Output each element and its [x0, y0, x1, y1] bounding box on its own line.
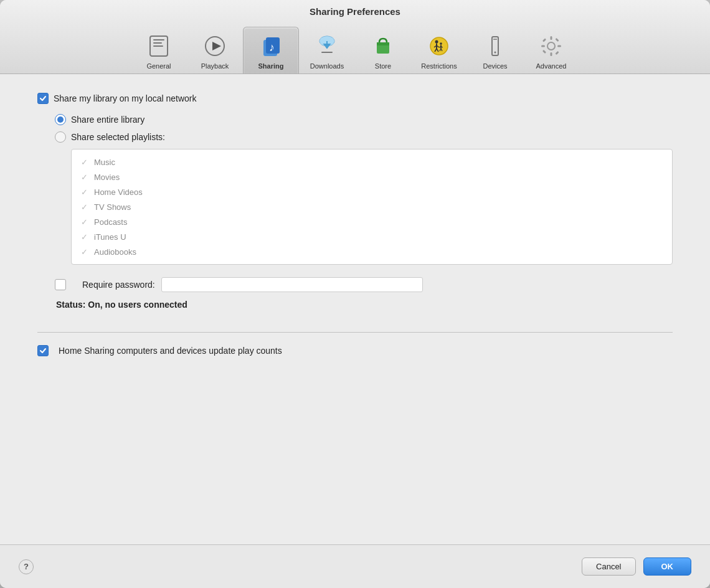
playlist-item-itunesu[interactable]: ✓ iTunes U	[78, 229, 666, 244]
share-library-row: Share my library on my local network	[37, 93, 673, 104]
content-area: Share my library on my local network Sha…	[0, 74, 710, 544]
svg-rect-3	[153, 45, 163, 47]
help-button[interactable]: ?	[19, 559, 34, 574]
tab-advanced-label: Advanced	[536, 62, 567, 70]
tab-restrictions-label: Restrictions	[421, 62, 457, 70]
playlist-item-homevideos[interactable]: ✓ Home Videos	[78, 184, 666, 199]
home-sharing-row: Home Sharing computers and devices updat…	[37, 345, 673, 356]
playlist-check-podcasts: ✓	[79, 217, 89, 227]
playlist-check-audiobooks: ✓	[79, 247, 89, 257]
svg-rect-38	[542, 50, 546, 54]
radio-selected-playlists[interactable]: Share selected playlists:	[55, 131, 673, 143]
svg-point-15	[430, 37, 448, 55]
radio-selected-label: Share selected playlists:	[71, 132, 165, 142]
playlist-check-homevideos: ✓	[79, 187, 89, 197]
section-divider	[37, 332, 673, 333]
tab-general-label: General	[146, 62, 171, 70]
svg-point-31	[547, 42, 555, 50]
share-library-checkbox[interactable]	[37, 93, 49, 104]
restrictions-icon	[425, 32, 453, 60]
tab-general[interactable]: General	[131, 27, 187, 74]
status-text: Status: On, no users connected	[56, 300, 673, 310]
title-bar: Sharing Preferences General	[0, 0, 710, 74]
svg-rect-39	[555, 38, 559, 42]
playlist-check-tvshows: ✓	[79, 202, 89, 212]
svg-rect-2	[153, 42, 162, 44]
playlist-item-tvshows[interactable]: ✓ TV Shows	[78, 199, 666, 214]
svg-rect-1	[153, 39, 164, 40]
toolbar: General Playback	[0, 23, 710, 74]
advanced-icon	[537, 32, 565, 60]
playlist-name-music: Music	[94, 158, 115, 167]
playlist-name-audiobooks: Audiobooks	[94, 247, 136, 257]
preferences-window: Sharing Preferences General	[0, 0, 710, 588]
password-input[interactable]	[161, 277, 423, 292]
svg-rect-36	[542, 38, 546, 42]
svg-rect-37	[555, 51, 559, 55]
tab-sharing[interactable]: ♪ Sharing	[243, 27, 299, 74]
store-icon	[369, 32, 397, 60]
home-sharing-checkbox[interactable]	[37, 345, 49, 356]
svg-point-16	[435, 40, 438, 44]
ok-button[interactable]: OK	[643, 557, 692, 576]
devices-icon	[481, 32, 509, 60]
playlist-check-movies: ✓	[79, 172, 89, 182]
radio-entire-library[interactable]: Share entire library	[55, 114, 673, 125]
playlist-box: ✓ Music ✓ Movies ✓ Home Videos ✓ TV Show…	[71, 149, 673, 265]
playlist-item-audiobooks[interactable]: ✓ Audiobooks	[78, 244, 666, 259]
tab-store[interactable]: Store	[355, 27, 411, 74]
playlist-item-podcasts[interactable]: ✓ Podcasts	[78, 214, 666, 229]
svg-rect-35	[557, 45, 561, 47]
button-group: Cancel OK	[582, 557, 691, 576]
playlist-name-movies: Movies	[94, 173, 120, 182]
tab-playback-label: Playback	[201, 62, 229, 70]
bottom-bar: ? Cancel OK	[0, 544, 710, 588]
playlist-name-tvshows: TV Shows	[94, 202, 131, 212]
radio-selected-btn[interactable]	[55, 131, 66, 143]
radio-entire-label: Share entire library	[71, 115, 144, 125]
svg-rect-33	[551, 52, 552, 56]
playback-icon	[201, 32, 229, 60]
window-title: Sharing Preferences	[0, 6, 710, 17]
tab-downloads-label: Downloads	[310, 62, 344, 70]
playlist-name-itunesu: iTunes U	[94, 232, 126, 242]
tab-advanced[interactable]: Advanced	[523, 27, 579, 74]
svg-rect-14	[377, 42, 389, 45]
sharing-icon: ♪	[257, 32, 285, 60]
radio-entire-btn[interactable]	[55, 114, 66, 125]
tab-restrictions[interactable]: Restrictions	[411, 27, 467, 74]
tab-sharing-label: Sharing	[258, 62, 284, 70]
svg-point-29	[495, 52, 496, 54]
general-icon	[145, 32, 173, 60]
svg-text:♪: ♪	[269, 41, 275, 54]
playlist-name-podcasts: Podcasts	[94, 217, 127, 227]
tab-devices-label: Devices	[483, 62, 507, 70]
tab-downloads[interactable]: Downloads	[299, 27, 355, 74]
cancel-button[interactable]: Cancel	[582, 557, 635, 576]
playlist-check-itunesu: ✓	[79, 232, 89, 242]
tab-store-label: Store	[375, 62, 391, 70]
svg-point-22	[440, 42, 442, 45]
password-row: Require password:	[37, 277, 673, 292]
playlist-check-music: ✓	[79, 157, 89, 167]
svg-rect-32	[551, 36, 552, 40]
share-library-label: Share my library on my local network	[54, 93, 197, 103]
svg-rect-34	[541, 45, 545, 47]
tab-playback[interactable]: Playback	[187, 27, 243, 74]
playlist-item-movies[interactable]: ✓ Movies	[78, 169, 666, 184]
require-password-checkbox[interactable]	[55, 279, 66, 290]
radio-section: Share entire library Share selected play…	[55, 114, 673, 143]
svg-marker-5	[212, 42, 221, 50]
playlist-item-music[interactable]: ✓ Music	[78, 154, 666, 169]
playlist-name-homevideos: Home Videos	[94, 187, 143, 197]
require-password-label: Require password:	[82, 280, 155, 290]
tab-devices[interactable]: Devices	[467, 27, 523, 74]
home-sharing-label: Home Sharing computers and devices updat…	[59, 346, 282, 356]
downloads-icon	[313, 32, 341, 60]
